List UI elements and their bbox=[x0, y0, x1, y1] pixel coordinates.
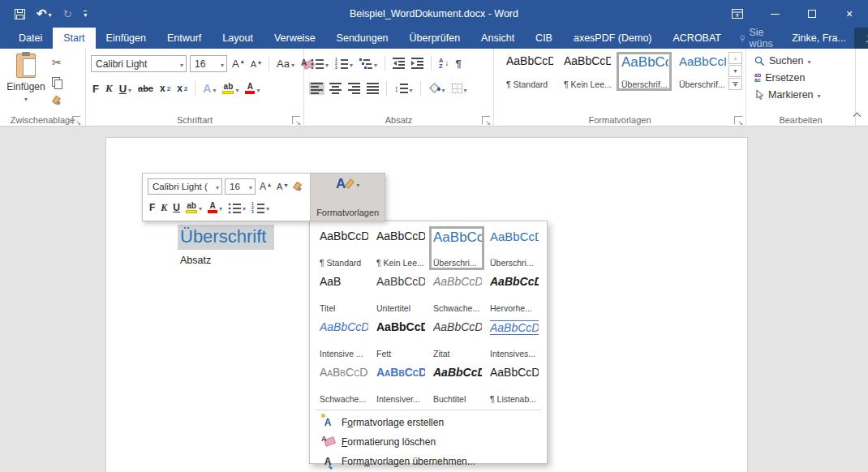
close-button[interactable]: × bbox=[831, 0, 868, 28]
sort-button[interactable]: AZ↓ bbox=[437, 57, 450, 71]
menu-clear-formatting[interactable]: Formatierung löschen bbox=[316, 432, 541, 452]
mini-italic-button[interactable]: K bbox=[159, 202, 169, 214]
gallery-scroll-up-button[interactable]: ▲ bbox=[728, 52, 742, 64]
tab-axespdf[interactable]: axesPDF (Demo) bbox=[563, 28, 663, 49]
menu-apply-styles[interactable]: A Formatvorlagen übernehmen... bbox=[316, 452, 541, 471]
style-item-ueberschrift2[interactable]: AaBbCcDÜberschri... bbox=[486, 226, 541, 270]
style-item-buchtitel[interactable]: AaBbCcDcBuchtitel bbox=[429, 363, 484, 406]
tab-sendungen[interactable]: Sendungen bbox=[326, 28, 399, 49]
account-name[interactable]: Zinke, Fra... bbox=[784, 28, 854, 49]
decrease-indent-button[interactable] bbox=[391, 57, 406, 70]
minimize-button[interactable] bbox=[756, 0, 793, 28]
mini-format-painter-button[interactable] bbox=[291, 182, 305, 192]
style-card-standard[interactable]: AaBbCcDc ¶ Standard bbox=[501, 52, 556, 91]
dialog-launcher-icon[interactable] bbox=[482, 116, 490, 124]
mini-bold-button[interactable]: F bbox=[148, 202, 157, 213]
copy-button[interactable] bbox=[50, 76, 64, 88]
ribbon-display-options-button[interactable] bbox=[719, 0, 756, 28]
increase-indent-button[interactable] bbox=[410, 57, 425, 70]
mini-styles-button[interactable]: A Formatvorlagen bbox=[310, 174, 385, 221]
line-spacing-button[interactable]: ↕ bbox=[393, 82, 415, 96]
style-item-intensives-zitat[interactable]: AaBbCcDcIntensives... bbox=[486, 317, 541, 361]
paste-button[interactable]: Einfügen bbox=[6, 54, 45, 118]
mini-font-family-combo[interactable]: Calibri Light ( bbox=[148, 178, 222, 195]
dialog-launcher-icon[interactable] bbox=[292, 116, 300, 124]
mini-highlight-button[interactable]: ab bbox=[184, 202, 204, 213]
style-item-schwacher-verweis[interactable]: AaBbCcDcSchwache... bbox=[316, 363, 371, 406]
style-item-schwache-hervorhebung[interactable]: AaBbCcDcSchwache... bbox=[429, 272, 484, 315]
shading-button[interactable] bbox=[427, 82, 447, 96]
font-color-button[interactable]: A bbox=[243, 82, 261, 96]
borders-button[interactable] bbox=[450, 82, 469, 96]
text-highlight-button[interactable]: ab bbox=[221, 82, 240, 96]
mini-font-color-button[interactable]: A bbox=[206, 202, 224, 213]
tell-me-box[interactable]: Sie wüns bbox=[732, 28, 784, 49]
align-right-button[interactable] bbox=[346, 82, 362, 95]
redo-button[interactable] bbox=[63, 7, 73, 20]
maximize-button[interactable] bbox=[793, 0, 831, 28]
change-case-button[interactable]: Aa bbox=[275, 57, 296, 71]
show-paragraph-marks-button[interactable] bbox=[453, 57, 462, 71]
gallery-more-button[interactable]: ▼ bbox=[728, 78, 742, 90]
tab-einfuegen[interactable]: Einfügen bbox=[96, 28, 157, 49]
tab-cib[interactable]: CIB bbox=[525, 28, 563, 49]
underline-button[interactable]: U bbox=[118, 82, 133, 96]
mini-font-size-combo[interactable]: 16 bbox=[225, 178, 256, 195]
mini-grow-font-button[interactable]: A bbox=[258, 181, 273, 192]
style-card-ueberschrift1[interactable]: AaBbCc Überschrif... bbox=[617, 52, 672, 91]
style-item-untertitel[interactable]: AaBbCcDUntertitel bbox=[372, 272, 428, 315]
grow-font-button[interactable]: A bbox=[230, 57, 246, 71]
replace-button[interactable]: abac Ersetzen bbox=[754, 72, 806, 84]
multilevel-list-button[interactable] bbox=[358, 57, 379, 71]
select-button[interactable]: Markieren bbox=[754, 89, 821, 101]
subscript-button[interactable]: x2 bbox=[158, 82, 172, 95]
mini-shrink-font-button[interactable]: A bbox=[275, 182, 289, 191]
style-card-ueberschrift2[interactable]: AaBbCcD Überschrif... bbox=[674, 52, 729, 91]
style-item-kein-leerraum[interactable]: AaBbCcDc¶ Kein Lee... bbox=[372, 226, 428, 270]
tab-ansicht[interactable]: Ansicht bbox=[471, 28, 525, 49]
justify-button[interactable] bbox=[365, 82, 380, 95]
style-card-kein-leerraum[interactable]: AaBbCcDc ¶ Kein Lee... bbox=[559, 52, 614, 91]
tab-layout[interactable]: Layout bbox=[212, 28, 264, 49]
style-item-hervorhebung[interactable]: AaBbCcDcHervorhe... bbox=[486, 272, 541, 315]
mini-bullets-button[interactable] bbox=[226, 202, 247, 213]
tab-acrobat[interactable]: ACROBAT bbox=[663, 28, 733, 49]
bold-button[interactable]: F bbox=[91, 82, 101, 96]
customize-qat-button[interactable] bbox=[84, 11, 87, 18]
bullets-button[interactable] bbox=[309, 57, 330, 71]
dialog-launcher-icon[interactable] bbox=[72, 116, 80, 124]
text-effects-button[interactable]: A bbox=[201, 81, 217, 96]
font-size-combo[interactable]: 16 bbox=[190, 55, 227, 72]
menu-create-style[interactable]: A Formatvorlage erstellen bbox=[316, 413, 541, 432]
undo-button[interactable] bbox=[37, 6, 52, 21]
tab-start[interactable]: Start bbox=[53, 28, 95, 49]
font-family-combo[interactable]: Calibri Light bbox=[91, 55, 187, 72]
style-item-zitat[interactable]: AaBbCcDcZitat bbox=[429, 317, 484, 361]
document-paragraph[interactable]: Absatz bbox=[180, 255, 211, 266]
style-item-intensiver-verweis[interactable]: AaBbCcDcIntensiver... bbox=[372, 363, 428, 406]
style-item-intensive-hervorhebung[interactable]: AaBbCcDcIntensive ... bbox=[316, 317, 371, 361]
gallery-scroll-down-button[interactable]: ▼ bbox=[728, 65, 742, 77]
format-painter-button[interactable] bbox=[50, 95, 64, 107]
style-item-titel[interactable]: AaBTitel bbox=[316, 272, 371, 315]
mini-underline-button[interactable]: U bbox=[171, 202, 182, 213]
document-heading-selected[interactable]: Überschrift bbox=[178, 225, 274, 250]
find-button[interactable]: Suchen bbox=[754, 55, 810, 67]
style-item-ueberschrift1[interactable]: AaBbCcÜberschri... bbox=[429, 226, 484, 270]
mini-numbering-button[interactable] bbox=[250, 202, 271, 213]
numbering-button[interactable] bbox=[333, 57, 355, 71]
align-center-button[interactable] bbox=[328, 82, 343, 95]
tab-entwurf[interactable]: Entwurf bbox=[157, 28, 212, 49]
style-item-standard[interactable]: AaBbCcDc¶ Standard bbox=[316, 226, 371, 270]
align-left-button[interactable] bbox=[309, 82, 324, 95]
tab-datei[interactable]: Datei bbox=[8, 28, 53, 49]
dialog-launcher-icon[interactable] bbox=[734, 116, 742, 124]
save-button[interactable] bbox=[15, 9, 25, 19]
italic-button[interactable]: K bbox=[104, 81, 114, 96]
cut-button[interactable] bbox=[50, 55, 64, 70]
style-item-listenabsatz[interactable]: AaBbCcDc¶ Listenab... bbox=[486, 363, 541, 406]
tab-verweise[interactable]: Verweise bbox=[264, 28, 326, 49]
share-button[interactable]: Freigeben bbox=[854, 28, 868, 49]
superscript-button[interactable]: x2 bbox=[175, 82, 189, 95]
style-item-fett[interactable]: AaBbCcDcFett bbox=[372, 317, 428, 361]
